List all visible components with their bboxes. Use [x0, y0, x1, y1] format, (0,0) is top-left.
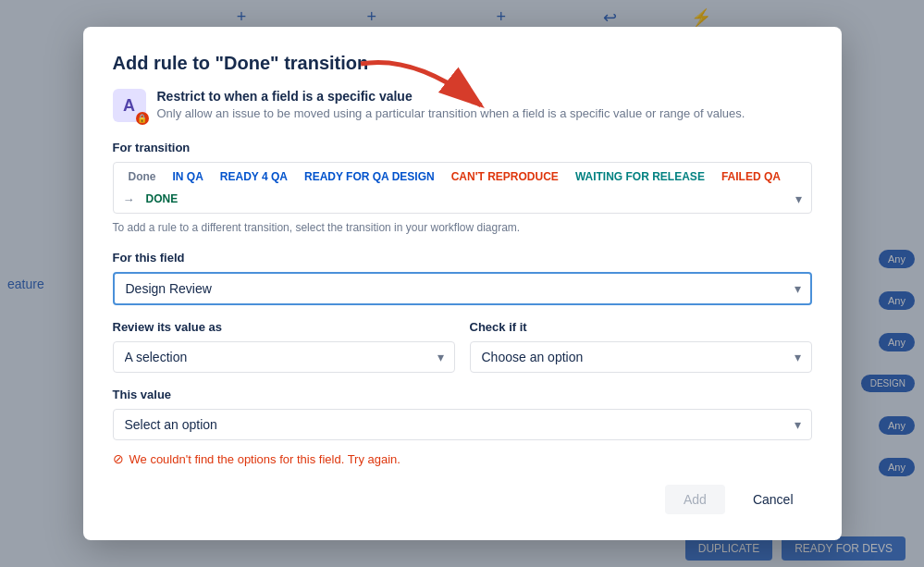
check-if-col: Check if it Choose an option ▾: [470, 320, 812, 373]
field-select[interactable]: Design Review: [113, 272, 812, 305]
modal-overlay: Add rule to "Done" transition A 🔒 Restri…: [0, 0, 924, 567]
add-button[interactable]: Add: [665, 485, 725, 514]
check-if-wrapper: Choose an option ▾: [470, 341, 812, 373]
modal-footer: Add Cancel: [113, 485, 812, 514]
transition-dropdown-chevron[interactable]: ▾: [795, 191, 802, 206]
pill-cantreproduce: CAN'T REPRODUCE: [446, 168, 564, 185]
rule-description: Only allow an issue to be moved using a …: [157, 106, 745, 120]
review-value-col: Review its value as A selection ▾: [113, 320, 455, 373]
transition-arrow: →: [123, 192, 135, 206]
rule-header: A 🔒 Restrict to when a field is a specif…: [113, 89, 812, 122]
transition-hint: To add a rule to a different transition,…: [113, 221, 812, 234]
error-message: ⊘ We couldn't find the options for this …: [113, 451, 812, 466]
rule-info: Restrict to when a field is a specific v…: [157, 89, 745, 120]
for-transition-section: For transition Done IN QA READY 4 QA REA…: [113, 141, 812, 234]
check-if-label: Check if it: [470, 320, 812, 334]
pill-done: Done: [123, 168, 162, 185]
review-value-select[interactable]: A selection: [113, 341, 455, 373]
rule-lock-badge: 🔒: [136, 112, 149, 125]
for-transition-label: For transition: [113, 141, 812, 154]
for-this-field-section: For this field Design Review ▾: [113, 251, 812, 305]
cancel-button[interactable]: Cancel: [734, 485, 812, 514]
pill-failedqa: FAILED QA: [716, 168, 786, 185]
rule-title: Restrict to when a field is a specific v…: [157, 89, 745, 104]
this-value-section: This value Select an option ▾: [113, 388, 812, 440]
modal-title: Add rule to "Done" transition: [113, 53, 812, 74]
modal-dialog: Add rule to "Done" transition A 🔒 Restri…: [83, 27, 842, 540]
error-text: We couldn't find the options for this fi…: [129, 452, 400, 466]
this-value-select[interactable]: Select an option: [113, 409, 812, 440]
for-this-field-label: For this field: [113, 251, 812, 265]
pill-waitingforrelease: WAITING FOR RELEASE: [570, 168, 710, 185]
this-value-wrapper: Select an option ▾: [113, 409, 812, 440]
rule-icon-letter: A: [123, 96, 135, 116]
error-warning-icon: ⊘: [113, 451, 124, 466]
review-value-wrapper: A selection ▾: [113, 341, 455, 373]
check-if-select[interactable]: Choose an option: [470, 341, 812, 373]
pill-readyforqadesign: READY FOR QA DESIGN: [299, 168, 440, 185]
rule-icon-container: A 🔒: [113, 89, 146, 122]
review-value-label: Review its value as: [113, 320, 455, 334]
transition-pills-row: Done IN QA READY 4 QA READY FOR QA DESIG…: [113, 162, 812, 214]
field-select-wrapper: Design Review ▾: [113, 272, 812, 305]
two-column-row: Review its value as A selection ▾ Check …: [113, 320, 812, 373]
this-value-label: This value: [113, 388, 812, 401]
pill-done-final: DONE: [141, 191, 184, 207]
pill-inqa: IN QA: [167, 168, 209, 185]
pill-ready4qa: READY 4 QA: [215, 168, 293, 185]
